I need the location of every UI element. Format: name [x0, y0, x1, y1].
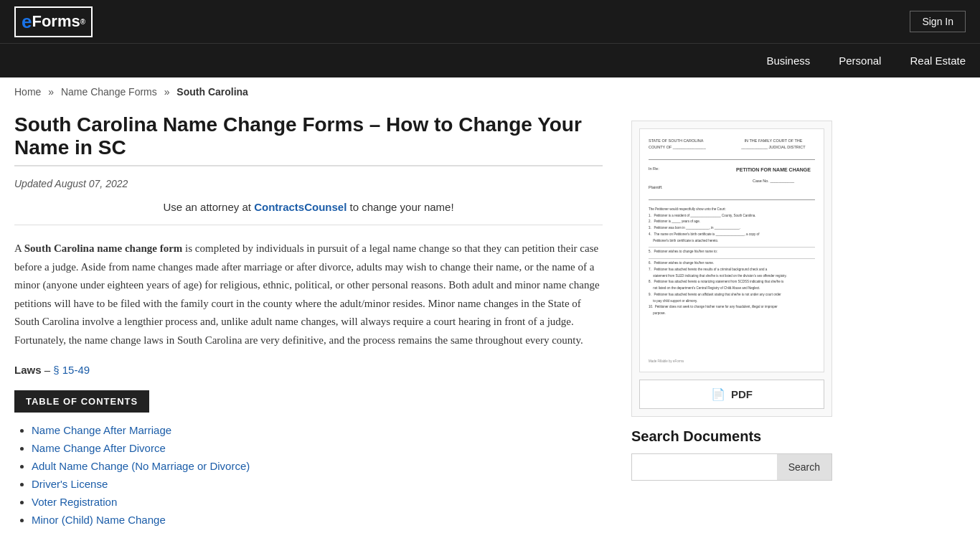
logo-forms-text: Forms: [32, 12, 80, 31]
toc-link-1[interactable]: Name Change After Divorce: [32, 442, 166, 454]
table-of-contents-heading: TABLE OF CONTENTS: [14, 390, 149, 413]
contracts-counsel-link[interactable]: ContractsCounsel: [254, 201, 347, 213]
search-input[interactable]: [632, 454, 777, 480]
doc-right-header: IN THE FAMILY COURT OF THE____________ J…: [732, 138, 815, 151]
search-box-container: Search: [631, 453, 832, 481]
doc-line-7: 7. Petitioner has attached hereto the re…: [649, 268, 815, 273]
toc-link-5[interactable]: Minor (Child) Name Change: [32, 514, 166, 526]
doc-line-6: 6. Petitioner wishes to change his/her n…: [649, 261, 815, 266]
doc-line-2: 2. Petitioner is _____ years of age.: [649, 220, 815, 225]
list-item: Voter Registration: [32, 496, 603, 508]
doc-line-4: 4. The name on Petitioner's birth certif…: [649, 232, 815, 237]
breadcrumb-current: South Carolina: [176, 86, 248, 98]
doc-line-8: 8. Petitioner has attached hereto a nota…: [649, 280, 815, 285]
doc-petition-title: PETITION FOR NAME CHANGE Case No. ______…: [732, 166, 815, 191]
doc-body: The Petitioner would respectfully show u…: [649, 207, 815, 212]
laws-label: Laws: [14, 364, 42, 376]
attorney-notice: Use an attorney at ContractsCounsel to c…: [14, 201, 603, 225]
nav-item-personal[interactable]: Personal: [839, 55, 881, 67]
doc-line-10b: purpose.: [649, 311, 815, 316]
toc-link-4[interactable]: Voter Registration: [32, 496, 117, 508]
breadcrumb: Home » Name Change Forms » South Carolin…: [0, 77, 980, 106]
toc-link-3[interactable]: Driver's License: [32, 478, 108, 490]
doc-line-7b: statement from SLED indicating that she/…: [649, 274, 815, 279]
doc-line-5: 5. Petitioner wishes to change his/her n…: [649, 250, 815, 255]
search-docs-title: Search Documents: [631, 428, 832, 445]
main-text-body: is completed by individuals in pursuit o…: [14, 242, 600, 346]
toc-link-2[interactable]: Adult Name Change (No Marriage or Divorc…: [32, 460, 250, 472]
doc-made-fillable: Made Fillable by eForms: [649, 354, 815, 363]
pdf-button[interactable]: 📄 PDF: [639, 380, 824, 409]
nav-item-real-estate[interactable]: Real Estate: [910, 55, 966, 67]
breadcrumb-separator-2: »: [164, 86, 170, 98]
updated-date: Updated August 07, 2022: [14, 178, 603, 189]
pdf-icon: 📄: [711, 387, 725, 401]
main-container: South Carolina Name Change Forms – How t…: [0, 106, 980, 532]
logo[interactable]: eForms®: [14, 6, 93, 37]
attorney-notice-suffix: to change your name!: [347, 201, 453, 213]
attorney-notice-prefix: Use an attorney at: [163, 201, 254, 213]
document-preview-image: STATE OF SOUTH CAROLINACOUNTY OF _______…: [639, 128, 824, 372]
table-of-contents-list: Name Change After Marriage Name Change A…: [14, 424, 603, 526]
list-item: Adult Name Change (No Marriage or Divorc…: [32, 460, 603, 472]
list-item: Minor (Child) Name Change: [32, 514, 603, 526]
breadcrumb-separator-1: »: [48, 86, 54, 98]
sidebar: STATE OF SOUTH CAROLINACOUNTY OF _______…: [631, 106, 832, 532]
breadcrumb-name-change-forms[interactable]: Name Change Forms: [61, 86, 157, 98]
list-item: Name Change After Marriage: [32, 424, 603, 436]
main-text-bold: South Carolina name change form: [24, 242, 183, 254]
breadcrumb-home[interactable]: Home: [14, 86, 41, 98]
laws-dash: –: [42, 364, 54, 376]
doc-in-re: In Re:Plaintiff.: [649, 166, 732, 191]
toc-link-0[interactable]: Name Change After Marriage: [32, 424, 171, 436]
doc-line-9: 9. Petitioner has attached hereto an aff…: [649, 293, 815, 298]
doc-line-4b: Petitioner's birth certificate is attach…: [649, 239, 815, 244]
logo-reg: ®: [80, 18, 85, 26]
nav-item-business[interactable]: Business: [766, 55, 810, 67]
doc-line-1: 1. Petitioner is a resident of _________…: [649, 214, 815, 219]
nav-bar: Business Personal Real Estate: [0, 43, 980, 77]
sign-in-button[interactable]: Sign In: [910, 11, 966, 32]
list-item: Driver's License: [32, 478, 603, 490]
search-button[interactable]: Search: [777, 454, 831, 480]
doc-line-3: 3. Petitioner was born in _____________,…: [649, 226, 815, 231]
content-area: South Carolina Name Change Forms – How t…: [14, 106, 603, 532]
list-item: Name Change After Divorce: [32, 442, 603, 454]
logo-e-letter: e: [22, 11, 32, 33]
main-text: A South Carolina name change form is com…: [14, 240, 603, 349]
doc-line-8b: not listed on the department's Central R…: [649, 286, 815, 291]
doc-line-9b: to pay child support or alimony.: [649, 299, 815, 304]
search-docs-section: Search Documents Search: [631, 428, 832, 481]
laws-section: Laws – § 15-49: [14, 364, 603, 376]
pdf-button-label: PDF: [731, 388, 753, 400]
document-preview: STATE OF SOUTH CAROLINACOUNTY OF _______…: [631, 121, 832, 417]
page-title: South Carolina Name Change Forms – How t…: [14, 106, 603, 166]
doc-line-10: 10. Petitioner does not seek to change h…: [649, 305, 815, 310]
laws-link[interactable]: § 15-49: [53, 364, 90, 376]
doc-left-header: STATE OF SOUTH CAROLINACOUNTY OF _______…: [649, 138, 732, 151]
header: eForms® Sign In: [0, 0, 980, 43]
logo-area[interactable]: eForms®: [14, 6, 93, 37]
